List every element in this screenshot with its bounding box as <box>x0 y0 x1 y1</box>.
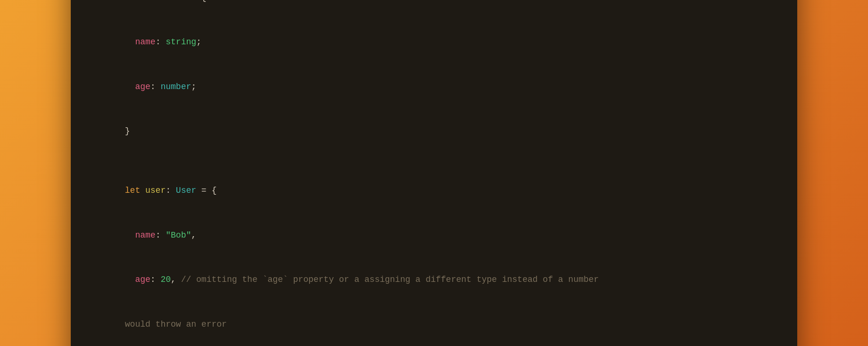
code-line-4: } <box>94 109 774 154</box>
keyword-let: let <box>125 186 140 195</box>
keyword-interface: interface <box>125 0 171 2</box>
colon-5: : <box>150 275 161 284</box>
number-20: 20 <box>160 275 171 284</box>
comment-line-1: // omitting the `age` property or a assi… <box>176 275 599 284</box>
code-line-2: name: string; <box>94 20 774 65</box>
obj-prop-name: name <box>125 231 156 240</box>
open-brace-1: { <box>196 0 207 2</box>
code-line-7: age: 20, // omitting the `age` property … <box>94 258 774 303</box>
code-line-3: age: number; <box>94 65 774 109</box>
code-line-6: name: "Bob", <box>94 213 774 258</box>
prop-age: age <box>125 82 150 91</box>
type-string: string <box>166 37 196 47</box>
code-line-1: interface User { <box>94 0 774 20</box>
equals-brace: = { <box>196 186 217 195</box>
comma-1: , <box>191 231 196 240</box>
colon-2: : <box>150 82 161 91</box>
comma-2: , <box>171 275 176 284</box>
code-line-8: would throw an error <box>94 302 774 346</box>
type-number: number <box>160 82 191 91</box>
semi-2: ; <box>191 82 196 91</box>
colon-4: : <box>156 231 166 240</box>
comment-line-2: would throw an error <box>125 320 227 329</box>
obj-prop-age: age <box>125 275 150 284</box>
string-bob: "Bob" <box>166 231 191 240</box>
interface-name: User <box>171 0 196 2</box>
type-user: User <box>176 186 196 195</box>
close-brace-1: } <box>125 126 130 136</box>
code-line-5: let user: User = { <box>94 169 774 214</box>
code-area: interface User { name: string; age: numb… <box>71 0 797 346</box>
code-window: Interface interface User { name: string;… <box>71 0 797 346</box>
blank-line <box>94 154 774 169</box>
colon-3: : <box>166 186 176 195</box>
semi-1: ; <box>196 37 201 47</box>
var-user: user <box>140 186 166 195</box>
colon-1: : <box>156 37 166 47</box>
prop-name: name <box>125 37 156 47</box>
